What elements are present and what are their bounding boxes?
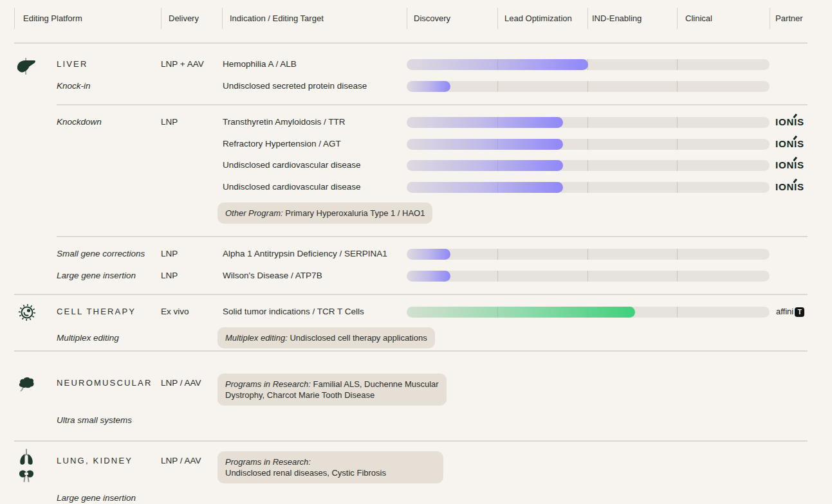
brain-icon: [16, 374, 37, 393]
delivery-cell: LNP: [161, 248, 178, 260]
indication-cell: Wilson's Disease / ATP7B: [223, 270, 322, 282]
delivery-cell: LNP: [161, 270, 178, 282]
progress-fill: [407, 307, 635, 318]
header-divider: [677, 8, 678, 29]
ionis-logo[interactable]: IONIS: [775, 160, 804, 170]
progress-fill: [407, 59, 588, 70]
stage-track: [407, 81, 770, 92]
indication-cell: Transthyretin Amyloidosis / TTR: [223, 116, 346, 128]
column-header-partner: Partner: [775, 14, 803, 24]
organ-label-cell-therapy: CELL THERAPY: [57, 306, 136, 318]
delivery-cell: LNP + AAV: [161, 59, 204, 70]
note-prefix: Programs in Research:: [225, 379, 311, 389]
column-header-indication: Indication / Editing Target: [230, 14, 324, 24]
lungs-icon: [17, 447, 36, 467]
progress-fill: [407, 271, 450, 282]
subsection-separator: [57, 104, 808, 105]
research-programs-note: Programs in Research:Undisclosed renal d…: [217, 451, 443, 483]
progress-fill: [407, 117, 563, 128]
research-programs-note: Programs in Research: Familial ALS, Duch…: [217, 374, 447, 406]
column-header-clinical: Clinical: [685, 14, 712, 24]
note-prefix: Other Program:: [225, 208, 283, 218]
platform-label-knockdown: Knockdown: [57, 116, 102, 128]
ionis-logo[interactable]: IONIS: [775, 139, 804, 149]
indication-cell: Hemophilia A / ALB: [223, 59, 297, 70]
column-header-discovery: Discovery: [414, 14, 450, 24]
delivery-cell: LNP / AAV: [161, 377, 201, 389]
organ-label-liver: LIVER: [57, 59, 88, 70]
progress-bar: [407, 117, 770, 128]
platform-label-large-gene-insertion-bottom: Large gene insertion: [57, 492, 136, 504]
platform-label-multiplex-editing: Multiplex editing: [57, 332, 119, 344]
header-divider: [497, 8, 498, 29]
column-header-ind-enabling: IND-Enabling: [592, 14, 642, 24]
progress-fill: [407, 182, 563, 193]
progress-bar: [407, 307, 770, 318]
header-divider: [222, 8, 223, 29]
column-header-editing-platform: Editing Platform: [23, 14, 82, 24]
indication-cell: Undisclosed cardiovascular disease: [223, 159, 361, 171]
progress-bar: [407, 81, 770, 92]
pipeline-chart: Editing Platform Delivery Indication / E…: [0, 0, 832, 504]
platform-label-ultra-small-systems: Ultra small systems: [57, 415, 132, 426]
progress-bar: [407, 249, 770, 260]
progress-bar: [407, 160, 770, 171]
organ-label-neuromuscular: NEUROMUSCULAR: [57, 377, 153, 389]
platform-label-small-gene-corrections: Small gene corrections: [57, 248, 145, 260]
affini-badge-icon: T: [795, 307, 804, 317]
progress-fill: [407, 249, 450, 260]
section-separator: [14, 294, 808, 295]
ionis-logo[interactable]: IONIS: [775, 182, 804, 192]
indication-cell: Undisclosed secreted protein disease: [223, 80, 367, 92]
indication-cell: Undisclosed cardiovascular disease: [223, 181, 361, 193]
stage-track: [407, 249, 770, 260]
indication-cell: Refractory Hypertension / AGT: [223, 138, 341, 150]
progress-bar: [407, 271, 770, 282]
section-separator: [14, 440, 808, 442]
header-divider: [14, 8, 15, 29]
affini-t-logo[interactable]: affiniT: [776, 307, 804, 317]
header-divider: [587, 8, 588, 29]
organ-label-lung-kidney: LUNG, KIDNEY: [57, 455, 133, 467]
progress-fill: [407, 81, 450, 92]
progress-fill: [407, 139, 563, 150]
section-separator: [14, 42, 808, 44]
platform-label-large-gene-insertion: Large gene insertion: [57, 270, 136, 282]
progress-bar: [407, 182, 770, 193]
header-divider: [407, 8, 407, 29]
multiplex-note: Multiplex editing: Undisclosed cell ther…: [217, 327, 435, 348]
other-program-note: Other Program: Primary Hyperoxaluria Typ…: [217, 203, 432, 224]
note-text: Undisclosed cell therapy applications: [290, 333, 427, 343]
note-prefix: Multiplex editing:: [225, 333, 288, 343]
affini-text: affini: [776, 307, 793, 317]
delivery-cell: LNP / AAV: [161, 455, 201, 467]
progress-bar: [407, 139, 770, 150]
column-header-lead-optimization: Lead Optimization: [504, 14, 572, 24]
cell-icon: [17, 302, 37, 323]
delivery-cell: LNP: [161, 116, 178, 128]
platform-label-knock-in: Knock-in: [57, 80, 91, 92]
progress-fill: [407, 160, 563, 171]
header-divider: [161, 8, 162, 29]
note-text: Primary Hyperoxaluria Type 1 / HAO1: [285, 208, 425, 218]
liver-icon: [15, 55, 37, 76]
subsection-separator: [57, 236, 808, 237]
note-text: Undisclosed renal diseases, Cystic Fibro…: [225, 467, 436, 478]
kidneys-icon: [17, 468, 36, 486]
section-separator: [14, 350, 808, 352]
indication-cell: Solid tumor indications / TCR T Cells: [223, 306, 364, 318]
stage-track: [407, 271, 770, 282]
progress-bar: [407, 59, 770, 70]
header-divider: [770, 8, 770, 29]
column-header-delivery: Delivery: [169, 14, 199, 24]
indication-cell: Alpha 1 Antitrypsin Deficiency / SERPINA…: [223, 248, 387, 260]
note-prefix: Programs in Research:: [225, 457, 311, 467]
ionis-logo[interactable]: IONIS: [775, 117, 804, 127]
delivery-cell: Ex vivo: [161, 306, 189, 318]
